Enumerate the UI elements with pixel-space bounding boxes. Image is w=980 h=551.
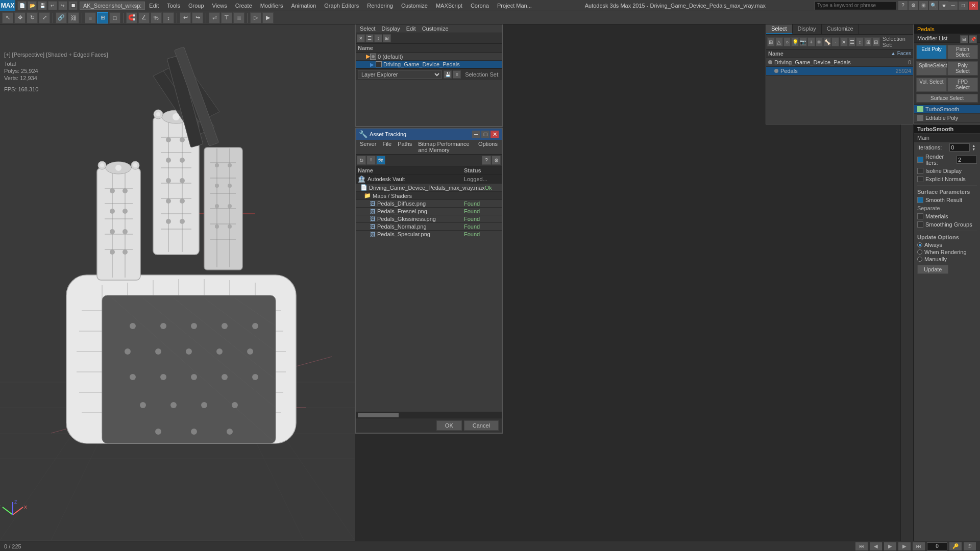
- explorer-view-dropdown[interactable]: Layer Explorer: [358, 70, 442, 79]
- at-minimize-button[interactable]: ─: [472, 131, 480, 138]
- menu-rendering[interactable]: Rendering: [363, 2, 397, 10]
- undo-button[interactable]: ↩: [48, 1, 57, 10]
- explorer-filter-icon[interactable]: ☰: [365, 34, 374, 42]
- sfs-filter-light[interactable]: 💡: [791, 37, 799, 46]
- sfs-filter-icon[interactable]: ☰: [848, 37, 856, 46]
- vol-select-button[interactable]: Vol. Select: [916, 78, 947, 92]
- rotate-tool[interactable]: ↻: [27, 12, 38, 23]
- link-tool[interactable]: 🔗: [56, 12, 67, 23]
- at-horizontal-scrollbar[interactable]: [356, 412, 502, 418]
- menu-customize[interactable]: Customize: [397, 2, 432, 10]
- at-refresh-icon[interactable]: ↻: [357, 156, 366, 165]
- at-row-diffuse[interactable]: 🖼 Pedals_Diffuse.png Found: [356, 200, 502, 208]
- at-maximize-button[interactable]: □: [481, 131, 489, 138]
- anim-prev-frame[interactable]: ◀: [870, 542, 882, 550]
- explorer-row-layer0[interactable]: ▶ 0 (default): [356, 53, 502, 61]
- select-by-name[interactable]: ⊞: [97, 12, 108, 23]
- current-frame-input[interactable]: [927, 542, 947, 550]
- at-row-fresnel[interactable]: 🖼 Pedals_Fresnel.png Found: [356, 208, 502, 215]
- redo-button[interactable]: ↪: [58, 1, 67, 10]
- sfs-close-icon[interactable]: ✕: [840, 37, 848, 46]
- sfs-filter-helper[interactable]: +: [807, 37, 815, 46]
- at-row-specular[interactable]: 🖼 Pedals_Specular.png Found: [356, 231, 502, 238]
- render-scene[interactable]: ▷: [250, 12, 261, 23]
- sfs-filter-bone[interactable]: 🦴: [823, 37, 831, 46]
- explorer-menu-edit[interactable]: Edit: [403, 25, 419, 32]
- sfs-tab-customize[interactable]: Customize: [822, 24, 859, 34]
- menu-corona[interactable]: Corona: [467, 2, 493, 10]
- at-row-gloss[interactable]: 🖼 Pedals_Glossiness.png Found: [356, 215, 502, 223]
- redo-scene[interactable]: ↪: [192, 12, 203, 23]
- viewport[interactable]: [+] [Perspective] [Shaded + Edged Faces]…: [0, 24, 355, 541]
- layer-mgr[interactable]: ≣: [233, 12, 244, 23]
- menu-tools[interactable]: Tools: [163, 2, 184, 10]
- poly-select-button[interactable]: Poly Select: [947, 61, 978, 76]
- edit-poly-button[interactable]: Edit Poly: [916, 45, 947, 59]
- at-menu-server[interactable]: Server: [357, 140, 379, 154]
- iterations-down[interactable]: ▼: [972, 147, 977, 151]
- save-button[interactable]: 💾: [38, 1, 47, 10]
- at-row-maxfile[interactable]: 📄 Driving_Game_Device_Pedals_max_vray.ma…: [356, 184, 502, 192]
- render-iters-input[interactable]: [957, 156, 977, 164]
- mod-list-icon2[interactable]: 📌: [969, 35, 977, 43]
- menu-maxscript[interactable]: MAXScript: [432, 2, 467, 10]
- scene-icon[interactable]: 🔲: [68, 1, 78, 10]
- at-row-normal[interactable]: 🖼 Pedals_Normal.png Found: [356, 223, 502, 231]
- at-scrollbar-thumb[interactable]: [358, 413, 399, 417]
- patch-select-button[interactable]: Patch Select: [947, 45, 978, 59]
- when-rendering-radio[interactable]: [917, 249, 922, 255]
- percent-snap[interactable]: %: [151, 12, 162, 23]
- sfs-row-group[interactable]: Driving_Game_Device_Pedals 0: [766, 58, 913, 67]
- anim-go-start[interactable]: ⏮: [855, 542, 868, 550]
- at-menu-paths[interactable]: Paths: [395, 140, 415, 154]
- sfs-tab-select[interactable]: Select: [766, 24, 793, 34]
- isoline-checkbox[interactable]: [917, 168, 923, 174]
- render-iters-checkbox[interactable]: [917, 157, 923, 163]
- at-close-button[interactable]: ✕: [491, 131, 499, 138]
- mirror-tool[interactable]: ⇌: [209, 12, 220, 23]
- materials-checkbox[interactable]: [917, 213, 923, 219]
- grid-icon[interactable]: ⊞: [919, 1, 928, 10]
- settings-icon[interactable]: ⚙: [909, 1, 918, 10]
- select-tool[interactable]: ↖: [2, 12, 13, 23]
- quick-render[interactable]: ▶: [262, 12, 274, 23]
- at-row-vault[interactable]: 🏦 Autodesk Vault Logged...: [356, 175, 502, 184]
- iterations-up[interactable]: ▲: [972, 144, 977, 147]
- help-icon[interactable]: ?: [898, 1, 908, 10]
- region-select[interactable]: □: [109, 12, 120, 23]
- at-help-icon[interactable]: ?: [482, 156, 491, 165]
- explorer-list-icon[interactable]: ≡: [453, 70, 461, 79]
- anim-next-frame[interactable]: ▶: [898, 542, 911, 550]
- spline-select-button[interactable]: SplineSelect: [916, 61, 947, 76]
- anim-play[interactable]: ▶: [884, 542, 896, 550]
- maximize-button[interactable]: □: [959, 2, 968, 10]
- sfs-filter-space[interactable]: ⚛: [816, 37, 823, 46]
- star-icon[interactable]: ★: [939, 1, 948, 10]
- menu-edit[interactable]: Edit: [145, 2, 163, 10]
- fpd-select-button[interactable]: FPD Select: [947, 78, 978, 92]
- at-missing-icon[interactable]: !: [366, 156, 376, 165]
- spinner-snap[interactable]: ↕: [163, 12, 174, 23]
- sfs-filter-shape[interactable]: ○: [783, 37, 791, 46]
- explorer-close-icon2[interactable]: ✕: [357, 34, 365, 42]
- bind-tool[interactable]: ⛓: [68, 12, 79, 23]
- at-menu-options[interactable]: Options: [475, 140, 501, 154]
- sfs-filter-particle[interactable]: ·: [831, 37, 839, 46]
- anim-go-end[interactable]: ⏭: [913, 542, 925, 550]
- explorer-save-icon[interactable]: 💾: [444, 70, 452, 79]
- minimize-button[interactable]: ─: [948, 2, 958, 10]
- align-tool[interactable]: ⊤: [221, 12, 232, 23]
- explorer-menu-display[interactable]: Display: [379, 25, 403, 32]
- at-cancel-button[interactable]: Cancel: [464, 420, 499, 431]
- close-button[interactable]: ✕: [969, 2, 978, 10]
- at-map-icon[interactable]: 🗺: [376, 156, 385, 165]
- manually-radio[interactable]: [917, 257, 922, 262]
- sfs-expand-icon[interactable]: ⊞: [864, 37, 872, 46]
- explorer-row-object1[interactable]: ▶ Driving_Game_Device_Pedals: [356, 61, 502, 68]
- at-titlebar[interactable]: 🔧 Asset Tracking ─ □ ✕: [356, 129, 502, 140]
- open-button[interactable]: 📂: [28, 1, 37, 10]
- explorer-menu-select[interactable]: Select: [357, 25, 379, 32]
- snap-toggle[interactable]: 🧲: [126, 12, 137, 23]
- sfs-filter-geo[interactable]: △: [775, 37, 783, 46]
- sfs-filter-all[interactable]: ⊞: [767, 37, 775, 46]
